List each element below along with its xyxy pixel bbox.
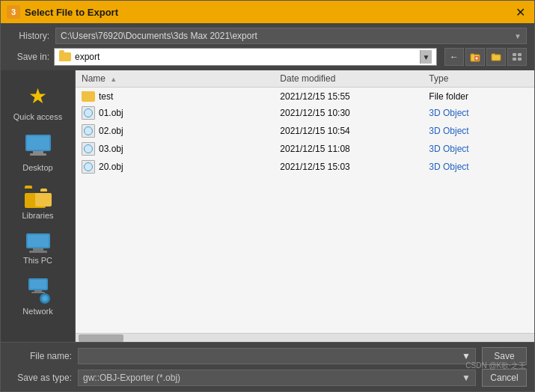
folder-icon <box>82 91 95 102</box>
saveas-label: Save as type: <box>8 373 72 383</box>
new-folder-icon <box>470 52 480 62</box>
file-date-cell: 2021/12/15 15:55 <box>280 91 429 102</box>
file-name-cell: 03.obj <box>82 142 280 156</box>
sidebar-this-pc-label: This PC <box>23 256 52 265</box>
col-header-date[interactable]: Date modified <box>280 73 429 84</box>
filename-input[interactable]: ▼ <box>78 348 476 364</box>
sidebar-item-libraries[interactable]: Libraries <box>1 180 75 226</box>
file-date-cell: 2021/12/15 11:08 <box>280 144 429 154</box>
file-name-cell: 02.obj <box>82 124 280 138</box>
save-button[interactable]: Save <box>482 347 527 365</box>
table-row[interactable]: 20.obj 2021/12/15 15:03 3D Object <box>76 158 534 176</box>
title-bar-left: 3 Select File to Export <box>7 5 118 19</box>
file-area: Name ▲ Date modified Type test 2021/12/1… <box>76 70 534 342</box>
file-type-cell: 3D Object <box>429 162 528 172</box>
sidebar-item-network[interactable]: Network <box>1 272 75 322</box>
app-icon: 3 <box>7 5 20 19</box>
filename-row: File name: ▼ Save <box>8 347 527 365</box>
savein-row: Save in: export ▼ ← <box>8 48 527 66</box>
sidebar-network-label: Network <box>22 307 52 316</box>
sidebar-libraries-label: Libraries <box>22 211 53 220</box>
history-row: History: C:\Users\76920\Documents\3ds Ma… <box>8 28 527 44</box>
folder-icon <box>491 52 501 61</box>
cancel-button[interactable]: Cancel <box>482 369 527 387</box>
file-date-cell: 2021/12/15 10:30 <box>280 108 429 118</box>
file-type-cell: 3D Object <box>429 108 528 118</box>
svg-rect-5 <box>513 58 516 61</box>
file-type-cell: 3D Object <box>429 126 528 136</box>
obj-file-icon <box>82 106 95 120</box>
desktop-icon <box>25 135 52 160</box>
col-header-name[interactable]: Name ▲ <box>82 73 280 84</box>
file-type-cell: 3D Object <box>429 144 528 154</box>
folder-button[interactable] <box>486 48 506 66</box>
file-name-cell: 20.obj <box>82 160 280 174</box>
table-row[interactable]: 02.obj 2021/12/15 10:54 3D Object <box>76 122 534 140</box>
savein-arrow[interactable]: ▼ <box>420 50 432 64</box>
saveas-combo[interactable]: gw::OBJ-Exporter (*.obj) ▼ <box>78 370 476 386</box>
table-row[interactable]: test 2021/12/15 15:55 File folder <box>76 89 534 104</box>
obj-file-icon <box>82 124 95 138</box>
folder-small-icon <box>59 52 71 61</box>
new-folder-button[interactable] <box>465 48 485 66</box>
main-area: ★ Quick access Desktop <box>1 70 534 342</box>
toolbar-buttons: ← <box>444 48 527 66</box>
select-file-dialog: 3 Select File to Export ✕ History: C:\Us… <box>0 0 535 392</box>
saveas-value: gw::OBJ-Exporter (*.obj) <box>83 373 180 383</box>
table-row[interactable]: 01.obj 2021/12/15 10:30 3D Object <box>76 104 534 122</box>
table-row[interactable]: 03.obj 2021/12/15 11:08 3D Object <box>76 140 534 158</box>
horizontal-scrollbar[interactable] <box>76 333 534 342</box>
close-button[interactable]: ✕ <box>512 4 528 20</box>
filename-label: File name: <box>8 351 72 361</box>
sidebar-item-desktop[interactable]: Desktop <box>1 129 75 178</box>
savein-value: export <box>75 52 416 62</box>
history-label: History: <box>8 31 49 41</box>
file-list-body[interactable]: test 2021/12/15 15:55 File folder 01.obj… <box>76 88 534 333</box>
view-button[interactable] <box>507 48 527 66</box>
network-icon <box>25 278 52 304</box>
file-list-header: Name ▲ Date modified Type <box>76 70 534 88</box>
file-type-cell: File folder <box>429 91 528 102</box>
back-button[interactable]: ← <box>444 48 464 66</box>
bottom-controls: File name: ▼ Save Save as type: gw::OBJ-… <box>1 342 534 391</box>
svg-rect-6 <box>518 58 522 61</box>
col-header-type[interactable]: Type <box>429 73 528 84</box>
dialog-title: Select File to Export <box>25 7 118 18</box>
savein-combo[interactable]: export ▼ <box>54 48 437 66</box>
title-bar: 3 Select File to Export ✕ <box>1 1 534 23</box>
libraries-icon <box>25 186 52 208</box>
svg-rect-3 <box>513 53 516 56</box>
quick-access-icon: ★ <box>25 82 52 109</box>
top-controls: History: C:\Users\76920\Documents\3ds Ma… <box>1 23 534 70</box>
history-path: C:\Users\76920\Documents\3ds Max 2021\ex… <box>61 31 257 41</box>
scrollbar-thumb[interactable] <box>79 334 123 342</box>
this-pc-icon <box>26 233 50 253</box>
svg-rect-4 <box>518 53 522 56</box>
saveas-arrow: ▼ <box>462 373 471 383</box>
filename-arrow: ▼ <box>462 351 471 361</box>
file-name-cell: test <box>82 91 280 102</box>
file-date-cell: 2021/12/15 10:54 <box>280 126 429 136</box>
saveas-row: Save as type: gw::OBJ-Exporter (*.obj) ▼… <box>8 369 527 387</box>
history-combo[interactable]: C:\Users\76920\Documents\3ds Max 2021\ex… <box>55 28 527 44</box>
view-icon <box>512 52 522 61</box>
sidebar-desktop-label: Desktop <box>22 163 52 172</box>
history-arrow: ▼ <box>514 32 522 40</box>
sidebar: ★ Quick access Desktop <box>1 70 76 342</box>
savein-label: Save in: <box>8 52 49 62</box>
svg-rect-2 <box>492 55 501 61</box>
file-date-cell: 2021/12/15 15:03 <box>280 162 429 172</box>
sidebar-item-quick-access[interactable]: ★ Quick access <box>1 76 75 127</box>
sidebar-item-this-pc[interactable]: This PC <box>1 227 75 271</box>
file-name-cell: 01.obj <box>82 106 280 120</box>
obj-file-icon <box>82 142 95 156</box>
obj-file-icon <box>82 160 95 174</box>
sidebar-quick-access-label: Quick access <box>13 112 62 121</box>
